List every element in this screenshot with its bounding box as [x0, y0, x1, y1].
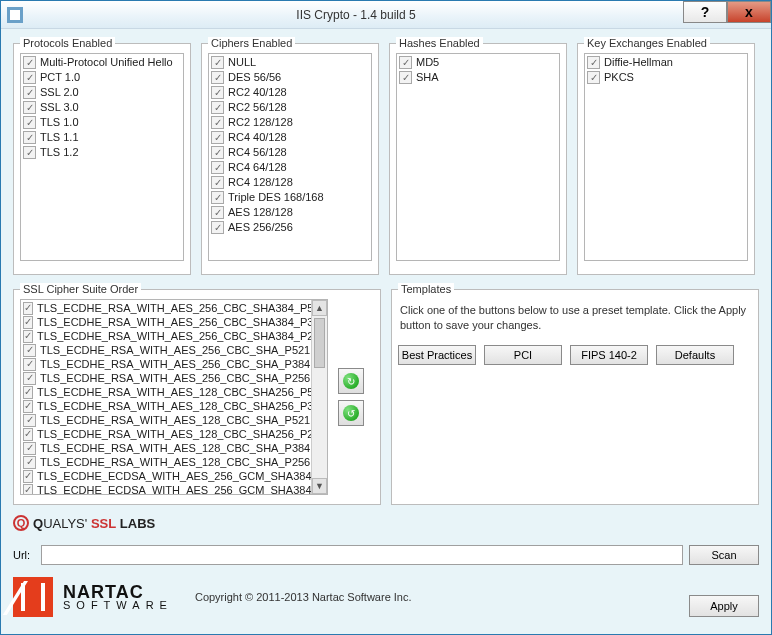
list-item[interactable]: TLS_ECDHE_RSA_WITH_AES_128_CBC_SHA_P384	[23, 441, 325, 455]
checkbox-icon[interactable]	[211, 86, 224, 99]
checkbox-icon[interactable]	[399, 71, 412, 84]
close-button[interactable]: x	[727, 1, 771, 23]
list-item[interactable]: TLS_ECDHE_ECDSA_WITH_AES_256_GCM_SHA384_…	[23, 469, 325, 483]
checkbox-icon[interactable]	[211, 206, 224, 219]
checkbox-icon[interactable]	[211, 101, 224, 114]
list-item[interactable]: TLS 1.0	[23, 115, 181, 130]
list-item[interactable]: TLS_ECDHE_RSA_WITH_AES_256_CBC_SHA384_P3…	[23, 315, 325, 329]
list-item[interactable]: AES 256/256	[211, 220, 369, 235]
order-list[interactable]: TLS_ECDHE_RSA_WITH_AES_256_CBC_SHA384_P5…	[20, 299, 328, 495]
checkbox-icon[interactable]	[23, 131, 36, 144]
move-down-button[interactable]: ↺	[338, 400, 364, 426]
checkbox-icon[interactable]	[587, 71, 600, 84]
checkbox-icon[interactable]	[211, 131, 224, 144]
hashes-list[interactable]: MD5SHA	[396, 53, 560, 261]
list-item[interactable]: TLS_ECDHE_RSA_WITH_AES_256_CBC_SHA_P521	[23, 343, 325, 357]
scrollbar[interactable]: ▲ ▼	[311, 300, 327, 494]
list-item[interactable]: Diffie-Hellman	[587, 55, 745, 70]
checkbox-icon[interactable]	[23, 86, 36, 99]
list-item[interactable]: TLS_ECDHE_ECDSA_WITH_AES_256_GCM_SHA384_…	[23, 483, 325, 495]
template-buttons: Best Practices PCI FIPS 140-2 Defaults	[398, 345, 752, 365]
list-item[interactable]: Triple DES 168/168	[211, 190, 369, 205]
list-item[interactable]: Multi-Protocol Unified Hello	[23, 55, 181, 70]
fips-button[interactable]: FIPS 140-2	[570, 345, 648, 365]
checkbox-icon[interactable]	[211, 146, 224, 159]
qualys-link[interactable]: Q QUALYS' SSL LABS	[13, 515, 759, 531]
list-item[interactable]: TLS_ECDHE_RSA_WITH_AES_128_CBC_SHA256_P2…	[23, 427, 325, 441]
checkbox-icon[interactable]	[211, 161, 224, 174]
checkbox-icon[interactable]	[211, 221, 224, 234]
checkbox-icon[interactable]	[23, 400, 33, 413]
list-item[interactable]: PCT 1.0	[23, 70, 181, 85]
apply-button[interactable]: Apply	[689, 595, 759, 617]
list-item[interactable]: TLS_ECDHE_RSA_WITH_AES_128_CBC_SHA256_P5…	[23, 385, 325, 399]
list-item[interactable]: RC4 56/128	[211, 145, 369, 160]
best-practices-button[interactable]: Best Practices	[398, 345, 476, 365]
list-item[interactable]: RC4 128/128	[211, 175, 369, 190]
checkbox-icon[interactable]	[211, 176, 224, 189]
scroll-up-icon[interactable]: ▲	[312, 300, 327, 316]
defaults-button[interactable]: Defaults	[656, 345, 734, 365]
list-item[interactable]: TLS 1.1	[23, 130, 181, 145]
list-item[interactable]: RC4 64/128	[211, 160, 369, 175]
checkbox-icon[interactable]	[211, 71, 224, 84]
checkbox-icon[interactable]	[211, 56, 224, 69]
checkbox-icon[interactable]	[23, 56, 36, 69]
checkbox-icon[interactable]	[23, 428, 33, 441]
list-item[interactable]: NULL	[211, 55, 369, 70]
checkbox-icon[interactable]	[23, 316, 33, 329]
help-button[interactable]: ?	[683, 1, 727, 23]
checkbox-icon[interactable]	[23, 116, 36, 129]
list-item[interactable]: TLS_ECDHE_RSA_WITH_AES_256_CBC_SHA_P256	[23, 371, 325, 385]
checkbox-icon[interactable]	[211, 191, 224, 204]
list-item[interactable]: TLS_ECDHE_RSA_WITH_AES_128_CBC_SHA_P256	[23, 455, 325, 469]
list-item-label: TLS 1.1	[40, 130, 79, 145]
list-item[interactable]: PKCS	[587, 70, 745, 85]
list-item[interactable]: TLS_ECDHE_RSA_WITH_AES_128_CBC_SHA256_P3…	[23, 399, 325, 413]
list-item-label: SHA	[416, 70, 439, 85]
checkbox-icon[interactable]	[23, 71, 36, 84]
list-item[interactable]: RC2 128/128	[211, 115, 369, 130]
checkbox-icon[interactable]	[23, 372, 36, 385]
list-item[interactable]: SHA	[399, 70, 557, 85]
checkbox-icon[interactable]	[23, 470, 33, 483]
checkbox-icon[interactable]	[23, 302, 33, 315]
list-item[interactable]: MD5	[399, 55, 557, 70]
scroll-down-icon[interactable]: ▼	[312, 478, 327, 494]
list-item[interactable]: DES 56/56	[211, 70, 369, 85]
checkbox-icon[interactable]	[23, 344, 36, 357]
ciphers-list[interactable]: NULLDES 56/56RC2 40/128RC2 56/128RC2 128…	[208, 53, 372, 261]
checkbox-icon[interactable]	[23, 414, 36, 427]
checkbox-icon[interactable]	[23, 358, 36, 371]
url-input[interactable]	[41, 545, 683, 565]
copyright: Copyright © 2011-2013 Nartac Software In…	[195, 591, 412, 603]
protocols-list[interactable]: Multi-Protocol Unified HelloPCT 1.0SSL 2…	[20, 53, 184, 261]
checkbox-icon[interactable]	[23, 484, 33, 496]
scroll-thumb[interactable]	[314, 318, 325, 368]
checkbox-icon[interactable]	[23, 442, 36, 455]
list-item[interactable]: SSL 2.0	[23, 85, 181, 100]
list-item[interactable]: AES 128/128	[211, 205, 369, 220]
hashes-legend: Hashes Enabled	[396, 37, 483, 49]
kex-list[interactable]: Diffie-HellmanPKCS	[584, 53, 748, 261]
move-up-button[interactable]: ↻	[338, 368, 364, 394]
list-item[interactable]: RC4 40/128	[211, 130, 369, 145]
list-item[interactable]: TLS_ECDHE_RSA_WITH_AES_256_CBC_SHA384_P2…	[23, 329, 325, 343]
checkbox-icon[interactable]	[23, 456, 36, 469]
list-item[interactable]: RC2 40/128	[211, 85, 369, 100]
scan-button[interactable]: Scan	[689, 545, 759, 565]
pci-button[interactable]: PCI	[484, 345, 562, 365]
checkbox-icon[interactable]	[587, 56, 600, 69]
list-item[interactable]: SSL 3.0	[23, 100, 181, 115]
list-item[interactable]: TLS_ECDHE_RSA_WITH_AES_128_CBC_SHA_P521	[23, 413, 325, 427]
checkbox-icon[interactable]	[23, 386, 33, 399]
list-item[interactable]: RC2 56/128	[211, 100, 369, 115]
list-item[interactable]: TLS_ECDHE_RSA_WITH_AES_256_CBC_SHA384_P5…	[23, 301, 325, 315]
checkbox-icon[interactable]	[23, 146, 36, 159]
checkbox-icon[interactable]	[211, 116, 224, 129]
list-item[interactable]: TLS_ECDHE_RSA_WITH_AES_256_CBC_SHA_P384	[23, 357, 325, 371]
checkbox-icon[interactable]	[399, 56, 412, 69]
list-item[interactable]: TLS 1.2	[23, 145, 181, 160]
checkbox-icon[interactable]	[23, 101, 36, 114]
checkbox-icon[interactable]	[23, 330, 33, 343]
